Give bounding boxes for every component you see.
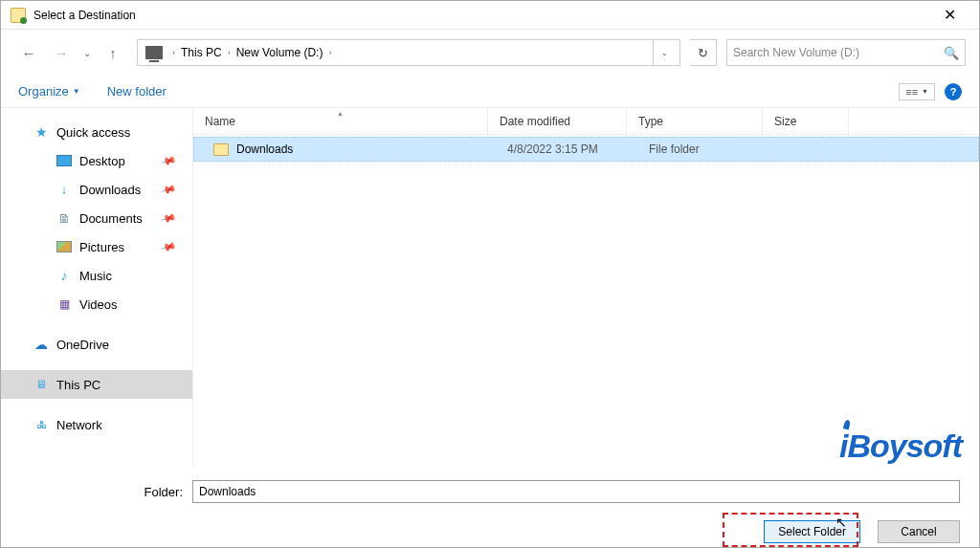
sidebar-item-label: Desktop xyxy=(79,154,125,168)
sidebar-item-label: Downloads xyxy=(79,183,141,197)
desktop-icon xyxy=(56,153,72,168)
titlebar: Select a Destination ✕ xyxy=(1,1,979,30)
pc-icon xyxy=(145,46,163,59)
sidebar-item-downloads[interactable]: Downloads 📌 xyxy=(1,175,192,204)
close-button[interactable]: ✕ xyxy=(928,1,971,30)
sidebar: Quick access Desktop 📌 Downloads 📌 Docum… xyxy=(1,108,192,467)
file-row-type: File folder xyxy=(637,142,773,156)
button-row: Select Folder Cancel xyxy=(1,509,979,548)
window-title: Select a Destination xyxy=(33,9,136,22)
download-icon xyxy=(56,182,72,197)
column-header-name[interactable]: Name ▲ xyxy=(193,108,488,134)
pictures-icon xyxy=(56,239,72,254)
view-options-button[interactable]: ≡≡ ▼ xyxy=(899,83,935,100)
sidebar-item-label: Music xyxy=(79,269,112,283)
select-folder-button[interactable]: Select Folder xyxy=(764,520,860,543)
folder-label: Folder: xyxy=(1,485,192,499)
breadcrumb-root[interactable]: This PC xyxy=(181,46,222,59)
cloud-icon xyxy=(33,337,49,352)
up-button[interactable]: ↑ xyxy=(99,41,127,64)
sidebar-item-label: Quick access xyxy=(56,125,130,140)
sidebar-item-desktop[interactable]: Desktop 📌 xyxy=(1,146,192,175)
search-input[interactable] xyxy=(733,46,944,59)
details-view-icon: ≡≡ xyxy=(905,86,918,98)
file-row-date: 4/8/2022 3:15 PM xyxy=(496,142,637,156)
document-icon xyxy=(56,210,72,226)
breadcrumb-folder[interactable]: New Volume (D:) xyxy=(236,46,323,59)
breadcrumb[interactable]: › This PC › New Volume (D:) › ⌄ xyxy=(137,39,680,66)
video-icon xyxy=(56,296,72,312)
recent-dropdown[interactable]: ⌄ xyxy=(79,41,95,64)
chevron-right-icon: › xyxy=(328,48,331,57)
pc-icon xyxy=(33,377,49,392)
organize-menu[interactable]: Organize ▼ xyxy=(18,84,80,99)
sidebar-quick-access[interactable]: Quick access xyxy=(1,118,192,146)
search-icon: 🔍 xyxy=(944,46,959,60)
new-folder-button[interactable]: New folder xyxy=(107,84,167,99)
column-header-row: Name ▲ Date modified Type Size xyxy=(193,108,979,135)
music-icon xyxy=(56,268,72,283)
folder-field-row: Folder: xyxy=(1,467,979,509)
chevron-right-icon: › xyxy=(172,48,175,57)
sidebar-item-music[interactable]: Music xyxy=(1,261,192,290)
sidebar-item-label: OneDrive xyxy=(56,338,109,352)
star-icon xyxy=(33,124,49,140)
sidebar-network[interactable]: Network xyxy=(1,410,192,439)
pin-icon: 📌 xyxy=(160,238,178,255)
folder-input[interactable] xyxy=(192,480,960,503)
chevron-down-icon: ▼ xyxy=(73,87,80,96)
chevron-down-icon: ▼ xyxy=(922,88,928,95)
sidebar-item-label: Network xyxy=(56,418,102,432)
sidebar-onedrive[interactable]: OneDrive xyxy=(1,330,192,359)
column-label: Name xyxy=(205,115,235,128)
sidebar-item-label: This PC xyxy=(56,378,100,392)
sidebar-item-pictures[interactable]: Pictures 📌 xyxy=(1,232,192,261)
network-icon xyxy=(33,417,49,432)
column-header-type[interactable]: Type xyxy=(627,108,763,134)
main-pane: Quick access Desktop 📌 Downloads 📌 Docum… xyxy=(1,108,979,467)
forward-button[interactable]: → xyxy=(47,41,76,64)
pin-icon: 📌 xyxy=(160,152,178,169)
file-row-name: Downloads xyxy=(236,142,293,156)
pin-icon: 📌 xyxy=(160,209,178,227)
help-button[interactable]: ? xyxy=(945,83,962,100)
folder-icon xyxy=(11,8,26,23)
refresh-button[interactable]: ↻ xyxy=(690,39,717,66)
sidebar-item-label: Pictures xyxy=(79,240,124,254)
breadcrumb-history-dropdown[interactable]: ⌄ xyxy=(653,40,676,65)
chevron-right-icon: › xyxy=(228,48,231,57)
sort-asc-icon: ▲ xyxy=(337,110,344,117)
column-header-date[interactable]: Date modified xyxy=(488,108,627,134)
file-row[interactable]: Downloads 4/8/2022 3:15 PM File folder xyxy=(193,137,979,162)
nav-row: ← → ⌄ ↑ › This PC › New Volume (D:) › ⌄ … xyxy=(1,30,979,76)
pin-icon: 📌 xyxy=(160,181,178,198)
back-button[interactable]: ← xyxy=(14,41,43,64)
sidebar-item-label: Documents xyxy=(79,211,143,226)
cancel-button[interactable]: Cancel xyxy=(878,520,960,543)
sidebar-item-videos[interactable]: Videos xyxy=(1,290,192,318)
organize-label: Organize xyxy=(18,84,69,99)
file-row-name-cell: Downloads xyxy=(194,142,496,156)
column-header-size[interactable]: Size xyxy=(763,108,849,134)
file-list: Name ▲ Date modified Type Size Downloads… xyxy=(192,108,979,467)
sidebar-this-pc[interactable]: This PC xyxy=(1,370,192,399)
sidebar-item-documents[interactable]: Documents 📌 xyxy=(1,204,192,232)
search-box[interactable]: 🔍 xyxy=(726,39,966,66)
folder-icon xyxy=(213,143,229,156)
toolbar: Organize ▼ New folder ≡≡ ▼ ? xyxy=(1,76,979,108)
sidebar-item-label: Videos xyxy=(79,297,118,312)
